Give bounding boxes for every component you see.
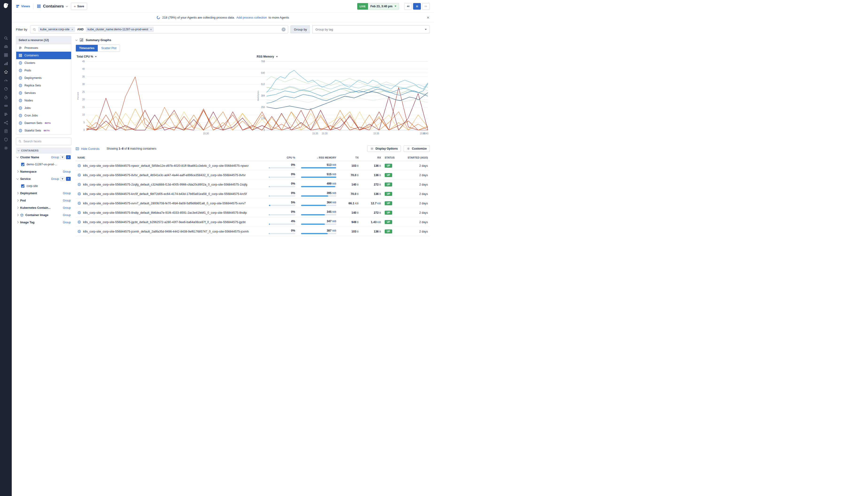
metrics-icon[interactable] (0, 59, 12, 68)
monitors-icon[interactable] (0, 76, 12, 84)
container-name[interactable]: k8s_corp-site_corp-site-556844575-jcxmh_… (83, 230, 249, 233)
facet-filter-icon[interactable] (60, 177, 65, 181)
remove-tag-icon[interactable]: × (150, 28, 152, 31)
container-row[interactable]: k8s_corp-site_corp-site-556844575-npwcr_… (76, 161, 430, 171)
resource-item-clusters[interactable]: Clusters (16, 59, 71, 67)
search-facets-input[interactable] (24, 140, 69, 143)
container-row[interactable]: k8s_corp-site_corp-site-556844575-krc5f_… (76, 189, 430, 199)
column-header-rx[interactable]: RX (360, 156, 383, 159)
facet-group-link[interactable]: Group (63, 214, 71, 217)
container-name[interactable]: k8s_corp-site_corp-site-556844575-8vfsr_… (83, 173, 246, 177)
facet-option-demo-11287-us-prod[interactable]: demo-11287-us-prod-... (16, 161, 72, 168)
search-facets-box[interactable] (16, 138, 72, 145)
facet-deployment[interactable]: DeploymentGroup (16, 189, 72, 197)
checkbox-checked-icon[interactable] (21, 163, 25, 166)
ci-icon[interactable] (0, 102, 12, 110)
resource-item-containers[interactable]: Containers (16, 52, 71, 59)
apm-icon[interactable] (0, 93, 12, 102)
pause-button[interactable] (413, 3, 421, 10)
save-view-button[interactable]: + Save (71, 3, 87, 10)
tab-timeseries[interactable]: Timeseries (76, 45, 98, 51)
container-name[interactable]: k8s_corp-site_corp-site-556844575-npwcr_… (83, 164, 249, 168)
resource-item-services[interactable]: Services (16, 89, 71, 97)
facet-clear-icon[interactable]: × (66, 177, 71, 181)
container-name[interactable]: k8s_corp-site_corp-site-556844575-jgcbt_… (83, 220, 246, 224)
facet-clear-icon[interactable]: × (66, 155, 71, 159)
column-header-status[interactable]: STATUS (383, 156, 402, 159)
resource-item-replica-sets[interactable]: Replica Sets (16, 82, 71, 89)
container-name[interactable]: k8s_corp-site_corp-site-556844575-xvrv7_… (83, 202, 246, 205)
containers-icon[interactable] (0, 68, 12, 76)
datadog-logo[interactable] (2, 2, 10, 10)
facet-namespace[interactable]: NamespaceGroup (16, 168, 72, 175)
logs-icon[interactable] (0, 127, 12, 135)
filter-tag[interactable]: kube_cluster_name:demo-11287-us-prod-wes… (86, 27, 154, 32)
group-by-select[interactable]: Group by tag (312, 25, 430, 33)
customize-button[interactable]: Customize (404, 145, 430, 152)
resource-item-processes[interactable]: Processes (16, 44, 71, 52)
dashboards-icon[interactable] (0, 51, 12, 59)
live-badge[interactable]: LIVE (357, 3, 368, 10)
resource-item-cron-jobs[interactable]: Cron Jobs (16, 112, 71, 119)
remove-tag-icon[interactable]: × (72, 28, 73, 31)
column-header-name[interactable]: NAME (76, 156, 266, 159)
container-row[interactable]: k8s_corp-site_corp-site-556844575-2zqfg_… (76, 180, 430, 189)
watchdog-icon[interactable] (0, 42, 12, 51)
container-name[interactable]: k8s_corp-site_corp-site-556844575-2zqfg_… (83, 183, 247, 186)
hide-controls-button[interactable]: Hide Controls (76, 147, 99, 151)
filter-search-input[interactable]: kube_service:corp-site×ANDkube_cluster_n… (30, 25, 288, 33)
container-row[interactable]: k8s_corp-site_corp-site-556844575-jcxmh_… (76, 227, 430, 236)
facet-group-link[interactable]: Group (63, 206, 71, 210)
facet-cluster-name[interactable]: Cluster NameGroup× (16, 154, 72, 161)
search-icon[interactable] (0, 34, 12, 42)
facet-container-image[interactable]: Container ImageGroup (16, 211, 72, 219)
column-header-tx[interactable]: TX (338, 156, 360, 159)
facet-service[interactable]: ServiceGroup× (16, 175, 72, 183)
facet-group-link[interactable]: Group (51, 156, 59, 159)
summary-graphs-header[interactable]: Summary Graphs (76, 38, 430, 42)
container-row[interactable]: k8s_corp-site_corp-site-556844575-8ndlp_… (76, 208, 430, 217)
timeseries-plot[interactable]: 012825638451264076815:3015:3515:40Mebiby… (256, 59, 430, 136)
display-options-button[interactable]: Display Options (367, 145, 401, 152)
container-row[interactable]: k8s_corp-site_corp-site-556844575-jgcbt_… (76, 217, 430, 227)
rewind-button[interactable] (404, 3, 412, 10)
column-header-rss-memory[interactable]: ↓RSS MEMORY (297, 156, 338, 159)
container-row[interactable]: k8s_corp-site_corp-site-556844575-8vfsr_… (76, 171, 430, 180)
tab-scatter-plot[interactable]: Scatter Plot (98, 45, 120, 51)
resource-item-deployments[interactable]: Deployments (16, 74, 71, 82)
fast-forward-button[interactable] (422, 3, 430, 10)
facet-group-link[interactable]: Group (63, 192, 71, 195)
column-header-cpu[interactable]: CPU % (266, 156, 297, 159)
add-process-collection-link[interactable]: Add process collection (236, 16, 267, 19)
views-button[interactable]: Views (16, 4, 30, 8)
resource-item-pods[interactable]: Pods (16, 67, 71, 74)
resource-selector[interactable]: Containers (37, 4, 68, 9)
security-icon[interactable] (0, 135, 12, 144)
synthetics-icon[interactable] (0, 84, 12, 93)
chart-metric-selector[interactable]: Total CPU % (77, 55, 97, 58)
settings-icon[interactable] (0, 144, 12, 152)
filter-tag[interactable]: kube_service:corp-site× (38, 27, 75, 32)
column-header-started-ago[interactable]: STARTED (AGO) (402, 156, 430, 159)
facet-group-header[interactable]: CONTAINERS (16, 148, 72, 154)
chart-metric-selector[interactable]: RSS Memory (257, 55, 278, 58)
facet-filter-icon[interactable] (60, 155, 65, 159)
time-range-selector[interactable]: Feb 23, 3:40 pm (368, 3, 399, 10)
resource-item-stateful-sets[interactable]: Stateful SetsBETA (16, 127, 71, 134)
clear-filters-icon[interactable]: × (282, 28, 285, 31)
container-row[interactable]: k8s_corp-site_corp-site-556844575-xvrv7_… (76, 199, 430, 208)
facet-group-link[interactable]: Group (63, 170, 71, 173)
facet-group-link[interactable]: Group (63, 199, 71, 202)
container-name[interactable]: k8s_corp-site_corp-site-556844575-8ndlp_… (83, 211, 247, 214)
network-icon[interactable] (0, 118, 12, 127)
close-banner-icon[interactable]: × (427, 15, 429, 20)
facet-option-corp-site[interactable]: corp-site (16, 183, 72, 189)
facet-pod[interactable]: PodGroup (16, 197, 72, 204)
resource-item-daemon-sets[interactable]: Daemon SetsBETA (16, 119, 71, 127)
container-name[interactable]: k8s_corp-site_corp-site-556844575-krc5f_… (83, 192, 247, 196)
facet-group-link[interactable]: Group (51, 177, 59, 181)
processes-icon[interactable] (0, 110, 12, 118)
resource-item-nodes[interactable]: Nodes (16, 97, 71, 104)
resource-item-jobs[interactable]: Jobs (16, 104, 71, 112)
checkbox-checked-icon[interactable] (21, 184, 25, 188)
